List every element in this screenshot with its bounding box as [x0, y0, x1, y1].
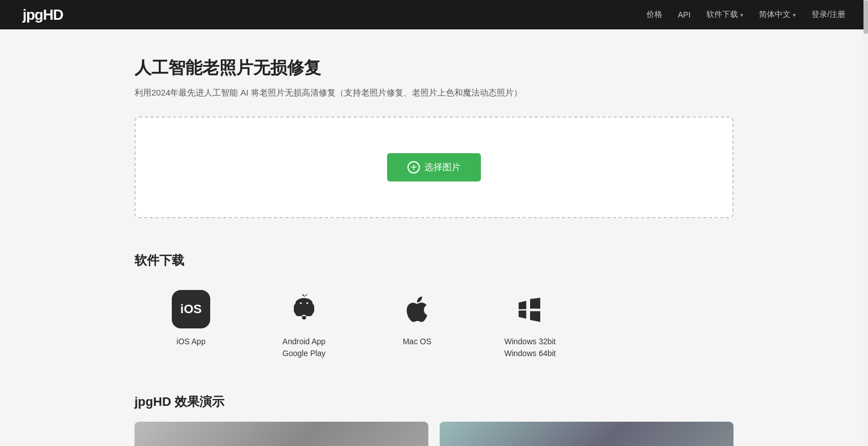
nav-download-dropdown[interactable]: 软件下载 ▾	[706, 10, 743, 20]
upload-button[interactable]: + 选择图片	[387, 153, 481, 181]
android-icon-container	[284, 289, 324, 329]
download-item-windows[interactable]: Windows 32bit Windows 64bit	[474, 289, 587, 360]
nav-api[interactable]: API	[678, 10, 691, 19]
android-icon	[289, 294, 319, 324]
mac-label: Mac OS	[403, 336, 432, 348]
scrollbar-thumb[interactable]	[863, 0, 868, 34]
logo-bold: HD	[43, 6, 63, 23]
upload-button-label: 选择图片	[424, 162, 461, 174]
main-content: 人工智能老照片无损修复 利用2024年最先进人工智能 AI 将老照片无损高清修复…	[123, 29, 745, 446]
scrollbar-track[interactable]	[863, 0, 868, 446]
demo-card-2	[440, 422, 734, 446]
windows-icon	[515, 294, 545, 324]
download-grid: iOS iOS App Android App Google Play	[134, 289, 734, 360]
site-logo[interactable]: jpgHD	[23, 6, 63, 24]
download-item-android[interactable]: Android App Google Play	[248, 289, 361, 360]
logo-regular: jpg	[23, 6, 43, 23]
demo-grid	[134, 422, 734, 446]
chevron-down-icon: ▾	[740, 12, 743, 18]
nav-price[interactable]: 价格	[646, 10, 662, 20]
ios-label: iOS App	[176, 336, 205, 348]
demo-placeholder-1	[134, 422, 428, 446]
page-subtitle: 利用2024年最先进人工智能 AI 将老照片无损高清修复（支持老照片修复、老照片…	[134, 88, 734, 98]
windows-icon-container	[510, 289, 550, 329]
plus-circle-icon: +	[407, 161, 420, 174]
upload-area[interactable]: + 选择图片	[134, 116, 734, 218]
demo-section-title: jpgHD 效果演示	[134, 393, 734, 410]
demo-card-1	[134, 422, 428, 446]
page-title: 人工智能老照片无损修复	[134, 57, 734, 80]
ios-icon: iOS	[172, 290, 210, 328]
navbar: jpgHD 价格 API 软件下载 ▾ 简体中文 ▾ 登录/注册	[0, 0, 868, 29]
ios-icon-container: iOS	[171, 289, 211, 329]
windows-label: Windows 32bit Windows 64bit	[504, 336, 555, 360]
download-item-mac[interactable]: Mac OS	[361, 289, 474, 348]
apple-icon	[402, 294, 432, 324]
nav-language-dropdown[interactable]: 简体中文 ▾	[759, 10, 796, 20]
software-download-title: 软件下载	[134, 252, 734, 269]
chevron-down-icon: ▾	[793, 12, 796, 18]
mac-icon-container	[397, 289, 437, 329]
nav-login[interactable]: 登录/注册	[811, 10, 845, 20]
android-label: Android App Google Play	[283, 336, 326, 360]
demo-placeholder-2	[440, 422, 734, 446]
download-item-ios[interactable]: iOS iOS App	[134, 289, 248, 348]
nav-language-label: 简体中文	[759, 10, 791, 20]
navbar-links: 价格 API 软件下载 ▾ 简体中文 ▾ 登录/注册	[646, 10, 845, 20]
nav-download-label: 软件下载	[706, 10, 738, 20]
